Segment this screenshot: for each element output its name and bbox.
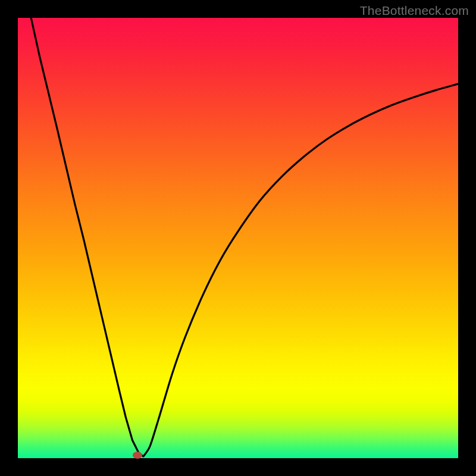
plot-area [18, 18, 458, 458]
min-marker-icon [133, 452, 142, 459]
curve-layer [18, 18, 458, 458]
watermark-text: TheBottleneck.com [360, 4, 469, 18]
bottleneck-curve [31, 18, 458, 456]
chart-frame: TheBottleneck.com [0, 0, 476, 476]
